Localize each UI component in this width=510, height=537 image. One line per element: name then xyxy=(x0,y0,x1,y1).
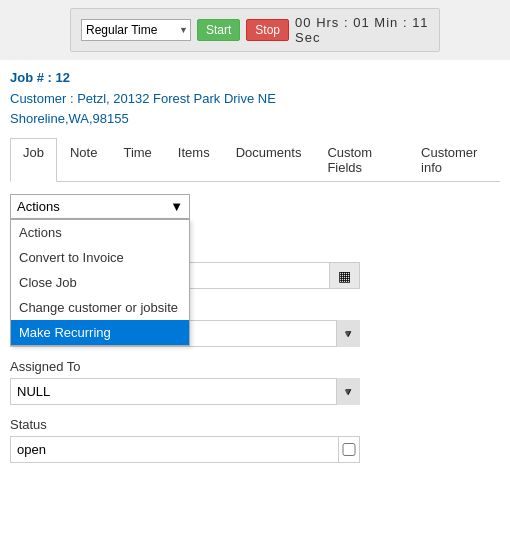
status-check[interactable] xyxy=(339,443,359,456)
timer-minutes: 01 xyxy=(353,15,369,30)
sec-label: Sec xyxy=(295,30,320,45)
job-number-line: Job # : 12 xyxy=(10,70,500,85)
colon2: : xyxy=(403,15,408,30)
assigned-to-select-wrapper[interactable]: NULL Technician 1 Technician 2 ▼ xyxy=(10,378,360,405)
dropdown-item-close-job[interactable]: Close Job xyxy=(11,270,189,295)
status-label: Status xyxy=(10,417,500,432)
start-button[interactable]: Start xyxy=(197,19,240,41)
tab-documents[interactable]: Documents xyxy=(223,138,315,181)
tab-note[interactable]: Note xyxy=(57,138,110,181)
timer-hours: 00 xyxy=(295,15,311,30)
hrs-label: Hrs xyxy=(316,15,339,30)
timer-type-select-wrapper[interactable]: Regular Time Overtime Double Time xyxy=(81,19,191,41)
tab-job[interactable]: Job xyxy=(10,138,57,182)
job-number-label: Job # : xyxy=(10,70,52,85)
dropdown-item-convert-invoice[interactable]: Convert to Invoice xyxy=(11,245,189,270)
main-content: Job # : 12 Customer : Petzl, 20132 Fores… xyxy=(0,60,510,537)
tab-time[interactable]: Time xyxy=(110,138,164,181)
timer-display: 00 Hrs : 01 Min : 11 Sec xyxy=(295,15,429,45)
actions-button[interactable]: Actions ▼ xyxy=(10,194,190,219)
tab-items[interactable]: Items xyxy=(165,138,223,181)
customer-line1: Customer : Petzl, 20132 Forest Park Driv… xyxy=(10,89,500,109)
stop-button[interactable]: Stop xyxy=(246,19,289,41)
min-label: Min xyxy=(374,15,398,30)
actions-dropdown: Actions Convert to Invoice Close Job Cha… xyxy=(10,219,190,346)
timer-seconds: 11 xyxy=(412,15,428,30)
actions-button-label: Actions xyxy=(17,199,60,214)
dropdown-item-change-customer[interactable]: Change customer or jobsite xyxy=(11,295,189,320)
actions-dropdown-arrow: ▼ xyxy=(170,199,183,214)
dropdown-item-make-recurring[interactable]: Make Recurring xyxy=(11,320,189,345)
actions-wrapper: Actions ▼ Actions Convert to Invoice Clo… xyxy=(10,194,190,219)
calendar-button[interactable]: ▦ xyxy=(329,262,360,289)
customer-info-block: Customer : Petzl, 20132 Forest Park Driv… xyxy=(10,89,500,128)
status-input[interactable] xyxy=(10,436,338,463)
tabs-bar: Job Note Time Items Documents Custom Fie… xyxy=(10,138,500,182)
customer-address: Shoreline,WA,98155 xyxy=(10,109,500,129)
dropdown-item-actions-label: Actions xyxy=(11,220,189,245)
customer-label: Customer : xyxy=(10,91,74,106)
assigned-to-select[interactable]: NULL Technician 1 Technician 2 xyxy=(10,378,360,405)
customer-value: Petzl, 20132 Forest Park Drive NE xyxy=(77,91,276,106)
tab-customer-info[interactable]: Customer info xyxy=(408,138,500,181)
calendar-icon: ▦ xyxy=(338,268,351,284)
timer-type-select[interactable]: Regular Time Overtime Double Time xyxy=(81,19,191,41)
assigned-to-label: Assigned To xyxy=(10,359,500,374)
colon1: : xyxy=(344,15,349,30)
job-number-value: 12 xyxy=(56,70,70,85)
status-field-wrapper xyxy=(10,436,360,463)
timer-bar: Regular Time Overtime Double Time Start … xyxy=(70,8,440,52)
status-checkbox[interactable] xyxy=(338,436,360,463)
tab-custom-fields[interactable]: Custom Fields xyxy=(314,138,408,181)
